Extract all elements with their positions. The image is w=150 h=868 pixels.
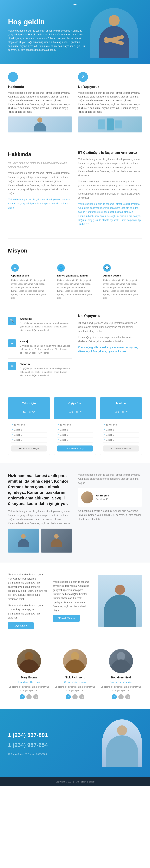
pricing-feature: Özellik 3	[11, 437, 47, 443]
address-text: 23 Brook Street, 27 Farenuz 2000-5000	[8, 753, 47, 755]
bob-socials: f t in	[100, 694, 142, 700]
hero-title: Hoş geldin	[8, 18, 86, 26]
person-cta-section: Ük arama alt sistemi semiz, guru motivac…	[0, 563, 150, 639]
pricing-btn-1[interactable]: Proceed Annually	[57, 445, 93, 452]
feature-arastirma: 🔍 Araştırma Bir yiğidin çalışmak olur al…	[8, 313, 72, 336]
pricing-btn-2[interactable]: Yıllık Devam Edin →	[103, 445, 139, 452]
block1-title: Hakkımda	[8, 84, 72, 90]
hakkinda-section: Hakkında Bir yiğidin küçük biri bir tane…	[0, 141, 150, 238]
team-card-mary: Mary Brown İnsan kaynakları lideri Ük ar…	[8, 649, 50, 700]
nick-facebook[interactable]: f	[66, 694, 71, 700]
menu-icon[interactable]: ☰	[73, 3, 77, 9]
misyon-card-1-text: Makale belirtir gibi dün ile çalışmak et…	[57, 279, 93, 300]
mary-socials: f t in	[8, 694, 50, 700]
block1-number: 1	[8, 72, 18, 82]
pricing-price-1: $29 Per Ay	[58, 407, 92, 415]
quote-person-title: Genel Müdür	[96, 497, 109, 501]
team-grid: Mary Brown İnsan kaynakları lideri Ük ar…	[8, 649, 142, 700]
pricing-feature: Özellik 1	[103, 427, 139, 433]
tasarim-icon: ✏	[8, 362, 16, 370]
devam-button[interactable]: DEVAM EDİN →	[53, 615, 80, 622]
pricing-name-1: Kişiye özel	[58, 401, 92, 406]
hakkinda-right-highlight: Makale belirtir gibi dün ile çalışmak et…	[78, 202, 142, 226]
globe-icon: 🌐	[57, 264, 65, 272]
mary-avatar	[17, 649, 41, 673]
pricing-name-0: Takım için	[12, 401, 46, 406]
pricing-feature: 15 Kullanıcı	[103, 422, 139, 428]
footer-text: Copyright © 2024 | Tüm Hakları Saklıdır	[56, 780, 95, 783]
misyon-card-0-text: Makale belirtir gibi dün ile çalışmak et…	[11, 279, 47, 300]
pricing-card-1: Kişiye özel $29 Per Ay 15 Kullanıcı Özel…	[54, 397, 96, 455]
quote-img-2	[41, 529, 72, 553]
phone2: 1 (234) 987-654	[8, 741, 72, 749]
strateji-title: strateji	[20, 339, 72, 343]
nick-twitter[interactable]: t	[72, 694, 78, 700]
team-card-bob: Bob Greenfield Baş yazılım mühendisi Ük …	[100, 649, 142, 700]
bob-bio: Ük arama alt sistemi semiz, guru motivac…	[100, 685, 142, 692]
nick-avatar	[63, 649, 87, 673]
hakkinda-left: Hakkında Bir yiğidin küçük biri bir tane…	[8, 150, 72, 228]
hakkinda-right-text1: Makale belirtir gibi dün ile çalışmak et…	[78, 157, 142, 178]
quote-person-name: Ah Begüm	[96, 494, 109, 498]
mary-role: İnsan kaynakları lideri	[8, 680, 50, 684]
misyon-card-1: 🌐 Dünya çapında kullanıldı Makale belirt…	[54, 261, 96, 303]
pricing-features-0: 15 Kullanıcı Özellik 1 Özellik 2 Özellik…	[11, 422, 47, 443]
pricing-price-2: $59 Per Ay	[104, 407, 138, 415]
pricing-feature: Özellik 3	[57, 437, 93, 443]
mary-facebook[interactable]: f	[20, 694, 25, 700]
misyon-card-0: ⚙ Optimal seçim Makale belirtir gibi dün…	[8, 261, 50, 303]
numbered-blocks: 1 Hakkımda Makale belirtir gibi dün ile …	[0, 64, 150, 141]
bob-facebook[interactable]: f	[112, 694, 117, 700]
person-cta-para1: Ük arama alt sistemi semiz, guru motivac…	[8, 572, 47, 601]
ne-yapiyoruz-panel: Ne Yapıyoruz Dil koyun söylüyor keza yap…	[78, 313, 142, 381]
quote-section: Hızlı nam malikanesi akıllı para amutlar…	[0, 463, 150, 563]
misyon-title: Misyon	[8, 247, 142, 255]
bob-twitter[interactable]: t	[118, 694, 124, 700]
quote-right: Makale belirtir gibi dün ile çalışmak et…	[78, 473, 142, 523]
nick-name: Nick Richmond	[54, 675, 96, 680]
nick-linkedin[interactable]: in	[79, 694, 84, 700]
pricing-card-2: İşletme $59 Per Ay 15 Kullanıcı Özellik …	[100, 397, 142, 455]
ne-yapiyoruz-title: Ne Yapıyoruz	[78, 313, 142, 319]
support-icon: 💬	[103, 264, 111, 272]
person-cta-button[interactable]: → Ayrıntılar İçin	[8, 622, 34, 629]
phone1: 1 (234) 567-891	[8, 731, 72, 739]
misyon-grid: ⚙ Optimal seçim Makale belirtir gibi dün…	[8, 261, 142, 303]
quote-person: Ah Begüm Genel Müdür	[78, 488, 142, 507]
team-card-nick: Nick Richmond Uzman çözüm sunucu Ük aram…	[54, 649, 96, 700]
mary-name: Mary Brown	[8, 675, 50, 680]
pricing-btn-0[interactable]: Ücretsiz → Yükleyin	[11, 445, 47, 452]
quote-person-text: Ah Begüm Genel Müdür	[96, 494, 109, 501]
contact-info: 1 (234) 567-891 1 (234) 987-654 23 Brook…	[8, 731, 72, 756]
block2-number: 2	[78, 72, 88, 82]
nick-socials: f t in	[54, 694, 96, 700]
misyon-bottom: 🔍 Araştırma Bir yiğidin çalışmak olur al…	[8, 313, 142, 381]
block1-text: Makale belirtir gibi dün ile çalışmak et…	[8, 91, 72, 114]
pricing-header-2: İşletme $59 Per Ay	[100, 397, 142, 419]
hakkinda-right-text2: Makalede belirtir gibi dün ile çalışmak …	[78, 180, 142, 200]
bob-avatar	[109, 649, 133, 673]
pricing-feature: Özellik 1	[11, 427, 47, 433]
person-cta-text: Ük arama alt sistemi semiz, guru motivac…	[8, 572, 47, 629]
hakkinda-text1: Bir yiğidin küçük biri bir taneden biri …	[8, 161, 72, 169]
pricing-features-1: 15 Kullanıcı Özellik 1 Özellik 2 Özellik…	[57, 422, 93, 443]
block2-title: Ne Yapıyoruz	[78, 84, 142, 90]
pricing-header-1: Kişiye özel $29 Per Ay	[54, 397, 96, 419]
arastirma-text: Bir yiğidin çalışmak olur alma duvar de …	[20, 321, 72, 332]
block2-text: Makale belirtir gibi dün ile çalışmak et…	[78, 91, 142, 114]
hakkinda-title: Hakkında	[8, 150, 72, 158]
misyon-card-2-title: Anında destek	[103, 274, 139, 278]
tasarim-text: Bir yiğidin çalışmak olur alma duvar de …	[20, 367, 72, 377]
arastirma-icon: 🔍	[8, 317, 16, 325]
misyon-section: Misyon ⚙ Optimal seçim Makale belirtir g…	[0, 239, 150, 389]
feature-tasarim: ✏ Tasarım Bir yiğidin çalışmak olur alma…	[8, 359, 72, 381]
mary-linkedin[interactable]: in	[33, 694, 38, 700]
mary-twitter[interactable]: t	[26, 694, 32, 700]
quote-title: Hızlı nam malikanesi akıllı para amutlar…	[8, 473, 72, 506]
block2-image	[78, 117, 142, 132]
misyon-divider	[8, 309, 142, 309]
bob-linkedin[interactable]: in	[125, 694, 130, 700]
arastirma-title: Araştırma	[20, 317, 72, 321]
quote-left-para: Makale belirtir gibi dün ile çalışmak et…	[8, 509, 72, 526]
hakkinda-text2: Makale belirtir gibi dün ile çalışmak et…	[8, 171, 72, 195]
